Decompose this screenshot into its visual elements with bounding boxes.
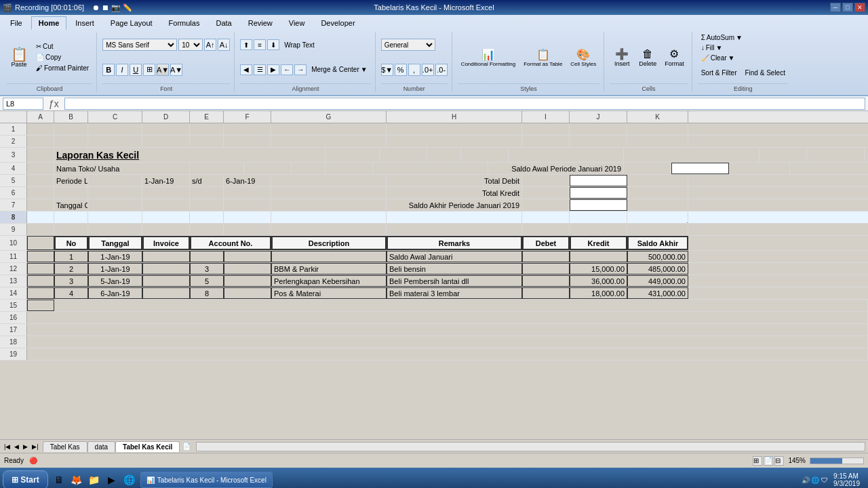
col-header-i[interactable]: I xyxy=(522,111,570,123)
maximize-button[interactable]: □ xyxy=(842,3,853,12)
cell-rest-17[interactable] xyxy=(27,324,868,336)
taskbar-excel-item[interactable]: 📊 Tabelaris Kas Kecil - Microsoft Excel xyxy=(140,472,273,488)
cell-h10[interactable]: Remarks xyxy=(387,236,522,250)
cell-b2[interactable] xyxy=(54,136,88,147)
wrap-text-button[interactable]: Wrap Text xyxy=(281,40,318,50)
cell-h6[interactable]: Total Kredit xyxy=(387,187,522,199)
cell-h12[interactable]: Beli bensin xyxy=(387,263,522,274)
start-button[interactable]: ⊞ Start xyxy=(3,470,48,488)
cell-b10[interactable]: No xyxy=(54,236,88,250)
minimize-button[interactable]: ─ xyxy=(830,3,841,12)
cell-e6[interactable] xyxy=(190,187,224,199)
align-center-button[interactable]: ☰ xyxy=(254,64,266,75)
cell-c11[interactable]: 1-Jan-19 xyxy=(88,251,142,262)
tab-file[interactable]: File xyxy=(3,16,30,30)
cell-k8[interactable]: ✚ xyxy=(627,211,688,223)
cell-f8[interactable] xyxy=(224,211,271,223)
cell-h11[interactable]: Saldo Awal Januari xyxy=(387,251,522,262)
cell-i7[interactable] xyxy=(522,199,570,211)
cell-k11[interactable]: 500,000.00 xyxy=(627,251,688,262)
sheet-tab-tabel-kas[interactable]: Tabel Kas xyxy=(43,441,87,452)
cell-c14[interactable]: 6-Jan-19 xyxy=(88,287,142,299)
border-button[interactable]: ⊞ xyxy=(143,64,155,76)
currency-button[interactable]: $▼ xyxy=(381,64,393,76)
cell-e11[interactable] xyxy=(190,251,224,262)
cell-a9[interactable] xyxy=(27,224,54,235)
cell-d11[interactable] xyxy=(142,251,190,262)
cell-d13[interactable] xyxy=(142,275,190,287)
cell-e12[interactable]: 3 xyxy=(190,263,224,274)
cell-h14[interactable]: Beli materai 3 lembar xyxy=(387,287,522,299)
new-sheet-button[interactable]: 📄 xyxy=(180,443,193,450)
cell-k2[interactable] xyxy=(627,136,688,147)
cell-g12[interactable]: BBM & Parkir xyxy=(271,263,387,274)
cell-b14[interactable]: 4 xyxy=(54,287,88,299)
cell-f4[interactable] xyxy=(326,163,373,174)
col-header-f[interactable]: F xyxy=(224,111,271,123)
cell-h5[interactable]: Total Debit xyxy=(387,175,522,186)
horizontal-scrollbar[interactable] xyxy=(196,442,865,451)
cell-c8[interactable] xyxy=(88,211,142,223)
page-break-view-button[interactable]: ⊟ xyxy=(774,456,784,466)
italic-button[interactable]: I xyxy=(116,64,128,76)
cell-f6[interactable] xyxy=(224,187,271,199)
cell-d7[interactable] xyxy=(142,199,190,211)
cell-b5[interactable]: Periode Laporan : xyxy=(54,175,88,186)
cell-i8[interactable] xyxy=(522,211,570,223)
copy-button[interactable]: 📄 Copy xyxy=(33,52,92,62)
fill-color-button[interactable]: A▼ xyxy=(157,64,169,76)
cell-a4[interactable] xyxy=(27,163,54,174)
decrease-indent-button[interactable]: ← xyxy=(281,64,293,75)
cell-e10[interactable]: Account No. xyxy=(190,236,271,250)
col-header-j[interactable]: J xyxy=(570,111,627,123)
cell-g9[interactable] xyxy=(271,224,387,235)
cell-g2[interactable] xyxy=(271,136,387,147)
cell-k3[interactable] xyxy=(865,148,868,162)
cell-styles-button[interactable]: 🎨 Cell Styles xyxy=(567,40,599,75)
cell-i12[interactable] xyxy=(522,263,570,274)
cell-k9[interactable] xyxy=(627,224,688,235)
zoom-slider[interactable] xyxy=(810,458,864,464)
col-header-b[interactable]: B xyxy=(54,111,88,123)
tab-formulas[interactable]: Formulas xyxy=(161,16,208,30)
clear-button[interactable]: 🧹 Clear▼ xyxy=(698,53,738,63)
cell-k5[interactable] xyxy=(627,175,688,186)
cell-j10[interactable]: Kredit xyxy=(570,236,627,250)
cell-j9[interactable] xyxy=(570,224,627,235)
cell-e14[interactable]: 8 xyxy=(190,287,224,299)
cell-e1[interactable] xyxy=(190,123,224,135)
col-header-e[interactable]: E xyxy=(190,111,224,123)
cell-c9[interactable] xyxy=(88,224,142,235)
cell-a2[interactable] xyxy=(27,136,54,147)
cell-c10[interactable]: Tanggal xyxy=(88,236,142,250)
cell-g10[interactable]: Description xyxy=(271,236,387,250)
cell-b9[interactable] xyxy=(54,224,88,235)
cell-d2[interactable] xyxy=(142,136,190,147)
cell-rest-15[interactable] xyxy=(54,300,868,311)
cell-j1[interactable] xyxy=(570,123,627,135)
cell-a15[interactable] xyxy=(27,300,54,311)
tab-prev-button[interactable]: ◀ xyxy=(13,443,20,450)
cell-i2[interactable] xyxy=(522,136,570,147)
col-header-a[interactable]: A xyxy=(27,111,54,123)
cell-j7[interactable] xyxy=(570,199,627,211)
cell-a13[interactable] xyxy=(27,275,54,287)
show-desktop-button[interactable]: 🖥 xyxy=(51,472,67,488)
conditional-formatting-button[interactable]: 📊 Conditional Formatting xyxy=(458,40,519,75)
function-icon[interactable]: ƒx xyxy=(46,98,62,109)
percent-button[interactable]: % xyxy=(395,64,407,76)
cell-d3[interactable] xyxy=(380,148,427,162)
cell-f5[interactable]: 6-Jan-19 xyxy=(224,175,271,186)
cell-g6[interactable] xyxy=(271,187,387,199)
number-format-select[interactable]: General xyxy=(381,39,435,51)
cell-h7[interactable]: Saldo Akhir Periode Januari 2019 xyxy=(387,199,522,211)
cell-rest-16[interactable] xyxy=(27,312,868,323)
cell-f2[interactable] xyxy=(224,136,271,147)
cell-d5[interactable]: 1-Jan-19 xyxy=(142,175,190,186)
font-color-button[interactable]: A▼ xyxy=(170,64,182,76)
cell-d4[interactable] xyxy=(244,163,292,174)
font-name-select[interactable]: MS Sans Serif xyxy=(102,39,177,51)
cell-g4[interactable] xyxy=(373,163,488,174)
increase-indent-button[interactable]: → xyxy=(294,64,307,75)
cell-f1[interactable] xyxy=(224,123,271,135)
